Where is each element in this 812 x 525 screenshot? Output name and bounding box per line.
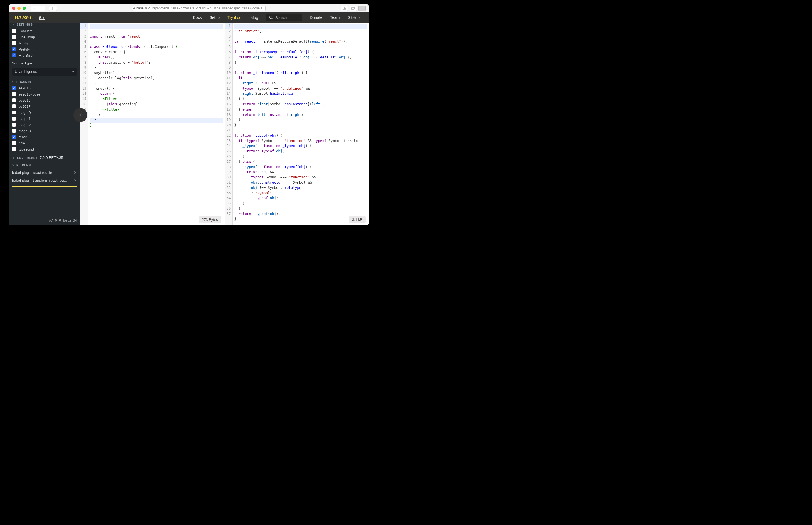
checkbox[interactable] — [12, 147, 16, 151]
checkbox-label: stage-1 — [19, 117, 31, 121]
svg-rect-4 — [352, 7, 354, 10]
setting-evaluate[interactable]: Evaluate — [9, 28, 81, 34]
logo[interactable]: BABEL — [14, 14, 33, 21]
plugin-item[interactable]: babel-plugin-transform-react-require✕ — [9, 176, 81, 184]
sidebar-collapse-button[interactable] — [73, 108, 87, 122]
preset-stage-3[interactable]: stage-3 — [9, 128, 81, 134]
chevron-down-icon — [12, 80, 15, 83]
maximize-window-button[interactable] — [23, 7, 26, 10]
sidebar: SETTINGS EvaluateLine WrapMinifyPrettify… — [9, 23, 81, 225]
checkbox-label: Evaluate — [19, 29, 33, 33]
sidebar-toggle-button[interactable] — [49, 5, 57, 11]
nav-github[interactable]: GitHub — [344, 15, 363, 20]
svg-rect-0 — [52, 7, 55, 10]
forward-button[interactable]: › — [38, 5, 45, 11]
checkbox[interactable] — [12, 98, 16, 102]
code-content[interactable]: import react from 'react'; class HelloWo… — [88, 23, 225, 128]
setting-line-wrap[interactable]: Line Wrap — [9, 34, 81, 40]
checkbox-label: File Size — [19, 53, 32, 58]
setting-file-size[interactable]: File Size — [9, 52, 81, 58]
setting-minify[interactable]: Minify — [9, 40, 81, 46]
checkbox[interactable] — [12, 110, 16, 115]
input-editor[interactable]: 123456789101112131415161718 import react… — [81, 23, 225, 225]
checkbox[interactable] — [12, 47, 16, 51]
lock-icon — [132, 7, 135, 10]
checkbox-label: flow — [19, 141, 25, 145]
progress-bar — [12, 186, 77, 188]
url-host: babeljs.io — [136, 6, 150, 10]
chevron-right-icon — [12, 156, 15, 159]
checkbox-label: Line Wrap — [19, 35, 35, 39]
url-path: /repl#?babili=false&browsers=&build=&bui… — [151, 6, 260, 10]
checkbox[interactable] — [12, 117, 16, 121]
share-button[interactable] — [340, 5, 348, 11]
nav-docs[interactable]: Docs — [189, 15, 206, 20]
browser-chrome: ‹ › babeljs.io/repl#?babili=false&browse… — [9, 4, 369, 12]
code-content: "use strict"; var _react = _interopRequi… — [233, 23, 369, 222]
plugin-item[interactable]: babel-plugin-react-require✕ — [9, 169, 81, 176]
source-type-label: Source Type — [9, 58, 81, 66]
checkbox[interactable] — [12, 53, 16, 57]
version-link[interactable]: 6.x — [39, 15, 45, 20]
plugins-header[interactable]: PLUGINS — [9, 162, 81, 169]
editor-panes: 123456789101112131415161718 import react… — [81, 23, 369, 225]
site-header: BABEL 6.x Docs Setup Try it out Blog Sea… — [9, 12, 369, 23]
checkbox[interactable] — [12, 29, 16, 33]
preset-stage-1[interactable]: stage-1 — [9, 116, 81, 122]
preset-react[interactable]: react — [9, 134, 81, 140]
svg-point-5 — [270, 16, 272, 19]
source-type-select[interactable]: Unambiguous — [12, 68, 77, 76]
remove-plugin-button[interactable]: ✕ — [74, 170, 77, 175]
checkbox-label: stage-3 — [19, 129, 31, 133]
preset-es2015-loose[interactable]: es2015-loose — [9, 91, 81, 97]
preset-typescript[interactable]: typescript — [9, 146, 81, 152]
output-editor[interactable]: 1234567891011121314151617181920212223242… — [225, 23, 369, 225]
nav-tryit[interactable]: Try it out — [223, 15, 246, 20]
minimize-window-button[interactable] — [17, 7, 20, 10]
tabs-button[interactable] — [350, 5, 357, 11]
settings-header[interactable]: SETTINGS — [9, 23, 81, 28]
setting-prettify[interactable]: Prettify — [9, 46, 81, 52]
checkbox-label: es2017 — [19, 104, 31, 109]
footer-version: v7.0.0-beta.34 — [9, 216, 81, 225]
checkbox[interactable] — [12, 92, 16, 96]
back-button[interactable]: ‹ — [31, 5, 38, 11]
preset-es2015[interactable]: es2015 — [9, 85, 81, 91]
reload-icon[interactable]: ↻ — [261, 6, 264, 10]
preset-flow[interactable]: flow — [9, 140, 81, 146]
search-input[interactable]: Search — [266, 14, 302, 21]
search-icon — [269, 16, 273, 19]
checkbox-label: Prettify — [19, 47, 30, 51]
checkbox[interactable] — [12, 141, 16, 145]
chevron-down-icon — [12, 23, 15, 26]
env-preset-header[interactable]: ENV PRESET 7.0.0-BETA.35 — [9, 152, 81, 162]
plugin-name: babel-plugin-react-require — [12, 170, 53, 175]
checkbox[interactable] — [12, 123, 16, 127]
preset-es2017[interactable]: es2017 — [9, 103, 81, 109]
presets-header[interactable]: PRESETS — [9, 78, 81, 85]
chevron-left-icon — [78, 113, 82, 117]
nav-setup[interactable]: Setup — [205, 15, 223, 20]
plugin-name: babel-plugin-transform-react-require — [12, 178, 68, 182]
checkbox[interactable] — [12, 41, 16, 45]
nav-blog[interactable]: Blog — [246, 15, 262, 20]
url-bar[interactable]: babeljs.io/repl#?babili=false&browsers=&… — [132, 5, 265, 11]
input-size-badge: 273 Bytes — [199, 216, 221, 223]
checkbox[interactable] — [12, 86, 16, 90]
chevron-down-icon — [12, 164, 15, 167]
svg-line-6 — [272, 18, 273, 19]
checkbox[interactable] — [12, 135, 16, 139]
nav-team[interactable]: Team — [326, 15, 344, 20]
checkbox[interactable] — [12, 129, 16, 133]
nav-donate[interactable]: Donate — [306, 15, 326, 20]
new-tab-button[interactable]: + — [359, 5, 366, 11]
close-window-button[interactable] — [12, 7, 15, 10]
checkbox[interactable] — [12, 35, 16, 39]
preset-es2016[interactable]: es2016 — [9, 97, 81, 103]
remove-plugin-button[interactable]: ✕ — [74, 178, 77, 182]
preset-stage-0[interactable]: stage-0 — [9, 109, 81, 116]
checkbox[interactable] — [12, 104, 16, 108]
preset-stage-2[interactable]: stage-2 — [9, 122, 81, 128]
checkbox-label: stage-2 — [19, 123, 31, 127]
checkbox-label: es2015 — [19, 86, 31, 90]
